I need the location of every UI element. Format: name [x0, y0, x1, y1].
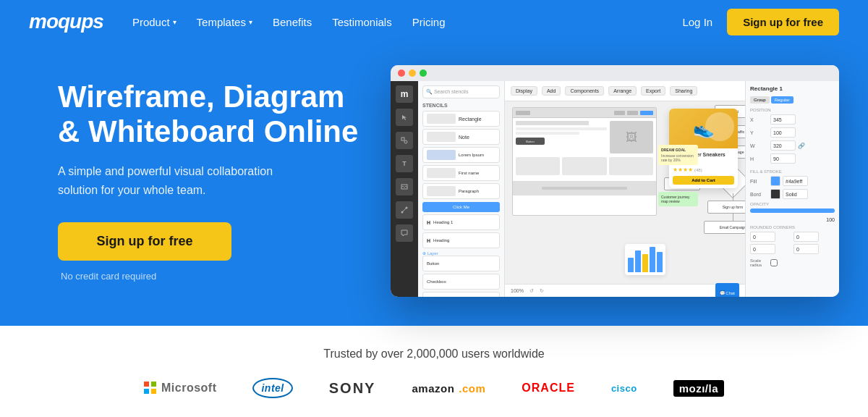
hero-signup-button[interactable]: Sign up for free: [58, 222, 231, 261]
maximize-dot: [420, 70, 427, 77]
toolbar-icon-image[interactable]: [396, 178, 413, 195]
prop-group-btn[interactable]: Group: [750, 96, 770, 104]
canvas-area[interactable]: Display Add Components Arrange Export Sh…: [505, 81, 745, 297]
toolbar-icon-logo: m: [396, 85, 413, 103]
panel-item-rectangle[interactable]: Rectangle: [422, 111, 500, 127]
canvas-btn-components[interactable]: Components: [565, 86, 604, 96]
corner-tr[interactable]: 0: [793, 232, 819, 242]
nav-links: Product ▾ Templates ▾ Benefits Testimoni…: [132, 16, 683, 28]
chevron-down-icon: ▾: [173, 18, 176, 26]
prop-y-row: Y 100: [750, 127, 835, 138]
chevron-down-icon: ▾: [249, 18, 252, 26]
layer-button[interactable]: ⊕ Layer: [422, 250, 500, 256]
flow-box-3: Sign up form: [707, 201, 745, 214]
nav-pricing[interactable]: Pricing: [412, 16, 446, 28]
panel-item-radio[interactable]: Radio: [422, 292, 500, 297]
mini-chart: [625, 244, 665, 275]
trusted-section: Trusted by over 2,000,000 users worldwid…: [0, 326, 868, 417]
toolbar-icon-shapes[interactable]: [396, 132, 413, 149]
wireframe-frame-1: Button 🖼: [512, 107, 657, 216]
opacity-slider[interactable]: [750, 208, 835, 213]
nav-actions: Log In Sign up for free: [682, 9, 839, 35]
hero-right: m T: [391, 65, 839, 297]
brand-amazon: amazon.com: [412, 382, 485, 395]
panel-item-firstname[interactable]: First name: [422, 165, 500, 181]
prop-x-input[interactable]: 345: [770, 114, 796, 125]
panel-item-checkbox[interactable]: Checkbox: [422, 274, 500, 290]
svg-point-1: [404, 140, 407, 143]
corner-br[interactable]: 0: [793, 244, 819, 254]
brand-intel: intel: [252, 378, 292, 398]
svg-rect-0: [401, 138, 404, 140]
corner-bl[interactable]: 0: [750, 244, 775, 254]
canvas-btn-add[interactable]: Add: [542, 86, 561, 96]
canvas-toolbar: Display Add Components Arrange Export Sh…: [505, 81, 745, 101]
hero-title: Wireframe, Diagram & Whiteboard Online: [58, 80, 362, 150]
prop-w-row: W 320 🔗: [750, 140, 835, 151]
panel-item-heading2[interactable]: H Heading: [422, 232, 500, 248]
prop-regular-btn[interactable]: Regular: [771, 96, 793, 104]
hero-left: Wireframe, Diagram & Whiteboard Online A…: [58, 80, 362, 283]
prop-y-input[interactable]: 100: [770, 127, 796, 138]
panel-search[interactable]: 🔍 Search stencils: [422, 85, 500, 98]
sticky-note-2: Customer journey map review: [658, 192, 698, 206]
panel-item-button[interactable]: Button: [422, 256, 500, 271]
scale-radius-checkbox[interactable]: [770, 259, 778, 266]
brand-oracle: ORACLE: [522, 382, 575, 395]
login-button[interactable]: Log In: [682, 16, 712, 28]
prop-x-row: X 345: [750, 114, 835, 125]
stroke-input[interactable]: Solid: [783, 189, 808, 199]
panel-item-paragraph[interactable]: Paragraph: [422, 183, 500, 199]
brand-logos-row: Microsoft intel SONY amazon.com ORACLE c…: [29, 378, 839, 398]
prop-h-row: H 90: [750, 153, 835, 164]
brand-cisco: cisco: [611, 383, 637, 394]
nav-templates[interactable]: Templates ▾: [197, 16, 252, 28]
canvas-btn-export[interactable]: Export: [641, 86, 665, 96]
canvas-btn-display[interactable]: Display: [511, 86, 537, 96]
microsoft-grid-icon: [144, 382, 157, 395]
right-panel: Rectangle 1 Group Regular POSITION X 345: [745, 81, 839, 297]
stroke-row: Bord Solid: [750, 189, 835, 199]
toolbar-icon-connect[interactable]: [396, 201, 413, 219]
nav-signup-button[interactable]: Sign up for free: [727, 9, 839, 35]
toolbar-icon-text[interactable]: T: [396, 155, 413, 172]
brand-mozilla: mozı/la: [673, 380, 724, 397]
fill-row: Fill #4a9eff: [750, 176, 835, 186]
svg-point-5: [406, 207, 408, 209]
nav-product[interactable]: Product ▾: [132, 16, 176, 28]
canvas-btn-arrange[interactable]: Arrange: [608, 86, 637, 96]
window-titlebar: [391, 65, 839, 81]
panel-item-heading[interactable]: H Heading 1: [422, 214, 500, 230]
panel-item-note[interactable]: Note: [422, 129, 500, 145]
window-body: m T: [391, 81, 839, 297]
prop-h-input[interactable]: 90: [770, 153, 796, 164]
fill-color[interactable]: [770, 176, 780, 186]
canvas-inner: Button 🖼: [505, 101, 745, 297]
fill-input[interactable]: #4a9eff: [783, 176, 808, 186]
brand-sony: SONY: [329, 380, 376, 397]
brand-microsoft: Microsoft: [144, 382, 217, 395]
prop-w-input[interactable]: 320: [770, 140, 796, 151]
minimize-dot: [409, 70, 416, 77]
flow-end: Email Campaign: [704, 221, 745, 234]
lock-icon[interactable]: 🔗: [798, 143, 805, 149]
app-screenshot: m T: [391, 65, 839, 297]
left-panel: 🔍 Search stencils Stencils Rectangle Not…: [418, 81, 505, 297]
panel-section-label: Stencils: [422, 103, 500, 108]
logo[interactable]: moqups: [29, 10, 103, 33]
scale-row: Scale radius: [750, 258, 835, 267]
stroke-color[interactable]: [770, 189, 780, 199]
navbar: moqups Product ▾ Templates ▾ Benefits Te…: [0, 0, 868, 43]
nav-testimonials[interactable]: Testimonials: [332, 16, 392, 28]
toolbar-icon-comment[interactable]: [396, 224, 413, 242]
toolbar-icon-cursor[interactable]: [396, 109, 413, 126]
canvas-btn-share[interactable]: Sharing: [670, 86, 697, 96]
corner-tl[interactable]: 0: [750, 232, 775, 242]
nav-benefits[interactable]: Benefits: [273, 16, 312, 28]
hero-subtitle: A simple and powerful visual collaborati…: [58, 162, 304, 199]
sticky-note-1: DREAM GOAL Increase conversion rate by 2…: [658, 145, 698, 165]
panel-item-lorem[interactable]: Lorem Ipsum: [422, 147, 500, 163]
svg-point-4: [401, 211, 404, 214]
trusted-text: Trusted by over 2,000,000 users worldwid…: [29, 348, 839, 361]
prop-panel-title: Rectangle 1: [750, 85, 835, 92]
